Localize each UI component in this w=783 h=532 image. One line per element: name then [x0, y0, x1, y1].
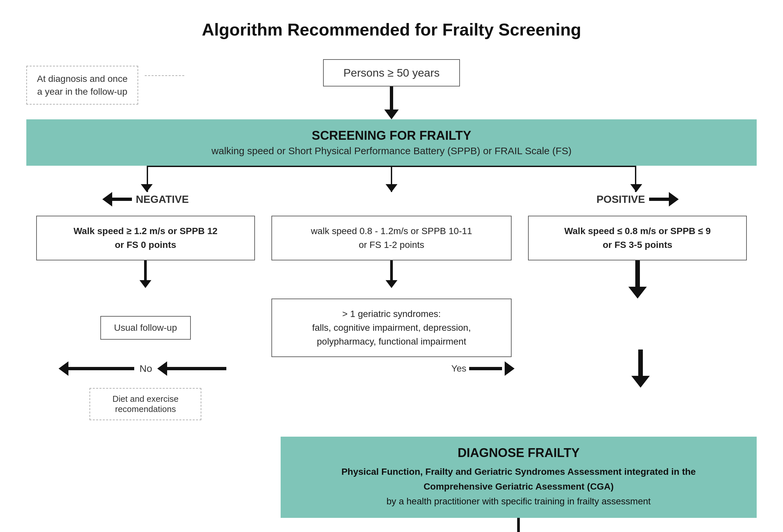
persons-box: Persons ≥ 50 years: [323, 59, 460, 87]
right-arrow: [649, 192, 679, 206]
positive-label-row: POSITIVE: [596, 192, 679, 206]
diagnose-desc-bold: Physical Function, Frailty and Geriatric…: [342, 467, 696, 492]
page-wrapper: Algorithm Recommended for Frailty Screen…: [26, 20, 757, 532]
arrow-to-screening: [384, 87, 399, 119]
second-content-row: Usual follow-up > 1 geriatric syndromes:…: [26, 299, 757, 357]
screening-subtitle: walking speed or Short Physical Performa…: [39, 145, 744, 157]
yes-label: Yes: [451, 363, 467, 374]
branch-connector: [26, 166, 757, 192]
left-result-text: Walk speed ≥ 1.2 m/s or SPPB 12 or FS 0 …: [73, 226, 217, 250]
followup-box: Usual follow-up: [100, 316, 191, 340]
right-thick-arrow-2: [631, 350, 650, 388]
diagnose-section: DIAGNOSE FRAILTY Physical Function, Frai…: [26, 437, 757, 532]
left-down-arrow: [139, 260, 151, 288]
page-title: Algorithm Recommended for Frailty Screen…: [26, 20, 757, 39]
diagnose-desc: Physical Function, Frailty and Geriatric…: [294, 465, 744, 509]
diagnose-to-careplan-arrow: [281, 518, 757, 532]
diet-note: Diet and exercise recomendations: [90, 388, 201, 420]
negative-label-row: NEGATIVE: [102, 192, 189, 206]
right-thick-arrow: [628, 260, 647, 299]
geriatric-box: > 1 geriatric syndromes: falls, cognitiv…: [272, 299, 512, 357]
left-result-box: Walk speed ≥ 1.2 m/s or SPPB 12 or FS 0 …: [36, 216, 255, 260]
right-result-text: Walk speed ≤ 0.8 m/s or SPPB ≤ 9 or FS 3…: [564, 226, 711, 250]
middle-section: [26, 260, 757, 299]
center-down-arrow: [385, 260, 398, 288]
diagnose-desc-normal: by a health practitioner with specific t…: [386, 496, 651, 506]
screening-box: SCREENING FOR FRAILTY walking speed or S…: [26, 119, 757, 166]
no-label: No: [139, 363, 152, 374]
negative-label: NEGATIVE: [136, 193, 189, 205]
diagnose-title: DIAGNOSE FRAILTY: [294, 446, 744, 460]
merge-to-diagnose: [26, 424, 757, 437]
screening-title: SCREENING FOR FRAILTY: [39, 129, 744, 143]
no-arrow-left: [59, 361, 134, 376]
yes-arrow-right: Yes: [451, 361, 514, 376]
result-boxes-row: Walk speed ≥ 1.2 m/s or SPPB 12 or FS 0 …: [26, 216, 757, 260]
diagnose-box: DIAGNOSE FRAILTY Physical Function, Frai…: [281, 437, 757, 518]
right-result-box: Walk speed ≤ 0.8 m/s or SPPB ≤ 9 or FS 3…: [528, 216, 747, 260]
center-result-box: walk speed 0.8 - 1.2m/s or SPPB 10-11 or…: [272, 216, 512, 260]
labels-row: NEGATIVE POSITIVE: [26, 192, 757, 212]
no-yes-row: No Yes: [26, 357, 757, 380]
positive-label: POSITIVE: [596, 193, 645, 205]
left-arrow: [102, 192, 132, 206]
side-note: At diagnosis and once a year in the foll…: [26, 66, 138, 105]
no-arrow-from-center: [157, 361, 226, 376]
